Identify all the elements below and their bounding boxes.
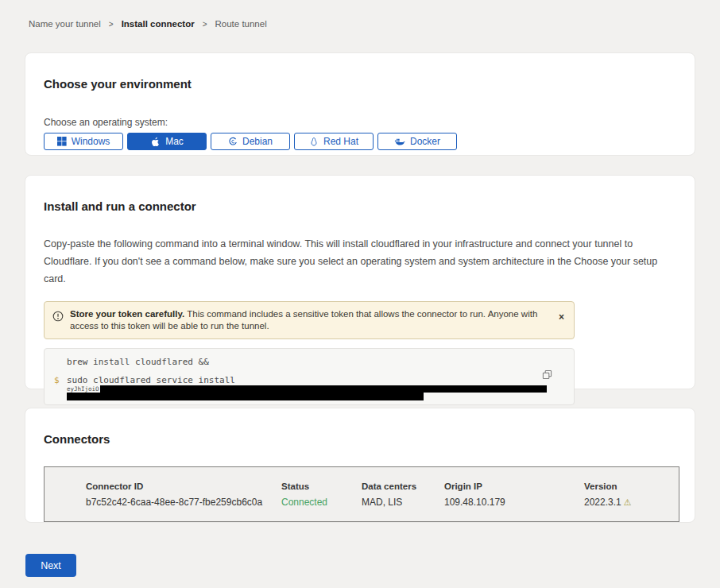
install-command-block[interactable]: brew install cloudflared && $ sudo cloud… <box>44 348 575 405</box>
token-redaction-bar <box>67 393 424 400</box>
code-prompt-spacer <box>54 357 67 367</box>
docker-icon <box>394 137 405 146</box>
os-button-label: Mac <box>165 136 184 147</box>
copy-icon[interactable] <box>542 369 552 382</box>
environment-card-title: Choose your environment <box>44 77 676 91</box>
dollar-prompt: $ <box>54 375 67 385</box>
column-header-origin-ip: Origin IP <box>444 482 584 491</box>
environment-card: Choose your environment Choose an operat… <box>25 52 695 156</box>
os-button-label: Windows <box>72 136 110 147</box>
connector-datacenters-value: MAD, LIS <box>362 497 444 508</box>
alert-circle-icon <box>52 311 64 325</box>
os-button-label: Debian <box>242 136 273 147</box>
next-button[interactable]: Next <box>25 554 76 577</box>
install-card-title: Install and run a connector <box>44 199 671 213</box>
connectors-table: Connector ID Status Data centers Origin … <box>44 466 679 522</box>
token-warning-banner: Store your token carefully. This command… <box>44 301 575 339</box>
breadcrumb-step-install-connector[interactable]: Install connector <box>122 19 195 29</box>
close-icon[interactable]: × <box>559 312 564 322</box>
code-line-brew: brew install cloudflared && <box>67 357 209 367</box>
apple-icon <box>150 137 161 147</box>
debian-icon <box>228 137 238 146</box>
os-button-label: Docker <box>410 136 440 147</box>
os-button-group: Windows Mac Debian Red Hat Docker <box>44 133 676 150</box>
column-header-version: Version <box>584 482 679 491</box>
os-select-label: Choose an operating system: <box>44 117 676 128</box>
connectors-card-title: Connectors <box>44 432 676 446</box>
connector-origin-ip-value: 109.48.10.179 <box>444 497 584 508</box>
code-line-sudo: sudo cloudflared service install <box>67 375 235 385</box>
connector-id-value: b7c52c42-6caa-48ee-8c77-fbe259cb6c0a <box>86 497 281 508</box>
os-button-mac[interactable]: Mac <box>127 133 207 150</box>
os-button-windows[interactable]: Windows <box>44 133 123 150</box>
breadcrumb-step-route-tunnel[interactable]: Route tunnel <box>215 19 267 29</box>
connectors-card: Connectors Connector ID Status Data cent… <box>25 408 695 523</box>
redhat-icon <box>309 137 319 147</box>
column-header-status: Status <box>281 482 362 491</box>
column-header-data-centers: Data centers <box>362 482 444 491</box>
connector-version-value: 2022.3.1⚠ <box>584 497 679 508</box>
connector-status-value: Connected <box>281 497 362 508</box>
os-button-label: Red Hat <box>323 136 358 147</box>
install-description: Copy-paste the following command into a … <box>44 235 671 288</box>
os-button-redhat[interactable]: Red Hat <box>294 133 374 150</box>
install-card: Install and run a connector Copy-paste t… <box>25 175 695 389</box>
os-button-debian[interactable]: Debian <box>211 133 290 150</box>
windows-icon <box>57 137 67 146</box>
column-header-connector-id: Connector ID <box>86 482 281 491</box>
os-button-docker[interactable]: Docker <box>377 133 457 150</box>
warning-triangle-icon: ⚠ <box>624 497 632 507</box>
token-redaction-bar <box>100 385 547 393</box>
breadcrumb-step-name-tunnel[interactable]: Name your tunnel <box>29 19 101 29</box>
breadcrumb-separator: > <box>109 20 114 29</box>
breadcrumb-separator: > <box>203 20 207 29</box>
token-prefix: eyJhIjoiO <box>67 385 99 393</box>
token-warning-title: Store your token carefully. <box>70 309 184 319</box>
breadcrumb: Name your tunnel > Install connector > R… <box>0 0 720 29</box>
